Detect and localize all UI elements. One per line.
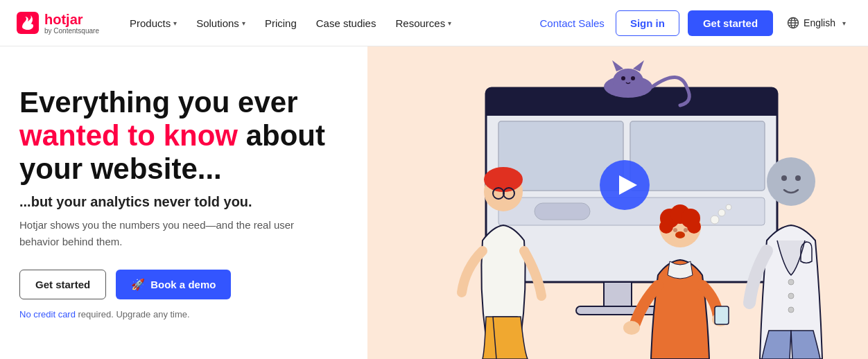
nav-links: Products ▾ Solutions ▾ Pricing Case stud…: [121, 12, 537, 35]
svg-point-35: [673, 228, 677, 232]
svg-point-41: [711, 216, 719, 224]
svg-point-38: [623, 321, 640, 335]
svg-point-36: [684, 228, 688, 232]
svg-point-44: [767, 157, 815, 206]
svg-point-34: [687, 220, 701, 234]
svg-point-20: [621, 76, 625, 80]
logo[interactable]: hotjar by Contentsquare: [17, 12, 99, 35]
svg-point-17: [613, 69, 643, 94]
chevron-down-icon: ▾: [173, 19, 177, 27]
language-label: English: [804, 17, 835, 28]
nav-item-solutions[interactable]: Solutions ▾: [188, 12, 254, 35]
get-started-nav-button[interactable]: Get started: [688, 10, 773, 36]
nav-item-case-studies[interactable]: Case studies: [308, 12, 385, 35]
language-selector[interactable]: English ▾: [781, 12, 851, 33]
nav-right: Contact Sales Sign in Get started Englis…: [537, 10, 851, 36]
hero-section: Everything you ever wanted to know about…: [0, 46, 868, 359]
chevron-down-icon: ▾: [842, 19, 846, 27]
hero-subtitle: ...but your analytics never told you.: [19, 194, 340, 210]
svg-point-45: [781, 175, 787, 181]
svg-point-42: [718, 209, 725, 216]
svg-point-37: [675, 231, 685, 238]
chevron-down-icon: ▾: [242, 19, 245, 27]
svg-point-46: [795, 175, 801, 181]
svg-rect-13: [535, 203, 590, 220]
svg-point-43: [726, 204, 731, 210]
svg-point-49: [788, 307, 794, 313]
globe-icon: [787, 17, 799, 29]
nav-item-resources[interactable]: Resources ▾: [387, 12, 460, 35]
book-demo-button[interactable]: 🚀 Book a demo: [116, 270, 231, 299]
contact-sales-link[interactable]: Contact Sales: [537, 12, 607, 35]
chevron-down-icon: ▾: [448, 19, 451, 27]
logo-name: hotjar: [44, 12, 99, 27]
hero-description: Hotjar shows you the numbers you need—an…: [19, 217, 324, 250]
hotjar-logo-icon: [17, 12, 39, 34]
hero-note: No credit card required. Upgrade any tim…: [19, 309, 340, 319]
hero-illustration-area: [367, 46, 868, 359]
hero-title-highlight: wanted to know: [19, 119, 238, 152]
logo-tagline: by Contentsquare: [44, 27, 99, 35]
svg-rect-9: [486, 102, 777, 116]
get-started-hero-button[interactable]: Get started: [19, 270, 106, 299]
svg-point-47: [788, 279, 794, 285]
hero-buttons: Get started 🚀 Book a demo: [19, 270, 340, 299]
no-credit-card-text: No credit card: [19, 309, 76, 319]
svg-point-21: [631, 76, 635, 80]
svg-point-48: [788, 293, 794, 299]
nav-item-pricing[interactable]: Pricing: [257, 12, 305, 35]
rocket-icon: 🚀: [131, 278, 145, 291]
svg-point-25: [484, 167, 523, 192]
nav-item-products[interactable]: Products ▾: [121, 12, 185, 35]
hero-title: Everything you ever wanted to know about…: [19, 86, 340, 186]
navbar: hotjar by Contentsquare Products ▾ Solut…: [0, 0, 868, 46]
hero-illustration: [367, 46, 868, 359]
svg-rect-11: [630, 121, 765, 191]
sign-in-button[interactable]: Sign in: [616, 10, 679, 36]
hero-content: Everything you ever wanted to know about…: [0, 46, 367, 359]
svg-rect-40: [715, 306, 729, 324]
svg-point-33: [659, 220, 673, 234]
